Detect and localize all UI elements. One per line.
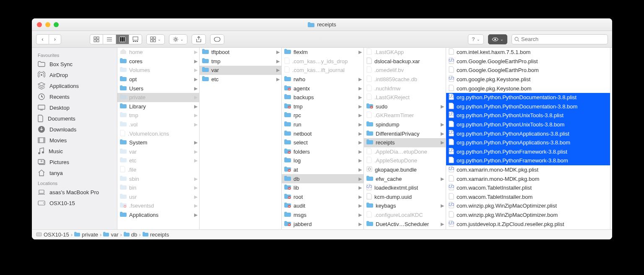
- file-row[interactable]: gkopaque.bundle: [364, 165, 446, 175]
- column[interactable]: home▶cores▶Volumes▶opt▶Users▶private▶Lib…: [117, 48, 200, 229]
- file-row[interactable]: Volumes▶: [117, 66, 199, 75]
- icon-view-button[interactable]: [90, 34, 103, 44]
- file-row[interactable]: bin▶: [117, 183, 199, 193]
- file-row[interactable]: </>org.python.Python.PythonApplications-…: [446, 129, 610, 138]
- help-button[interactable]: ?⌄: [468, 34, 484, 44]
- share-button[interactable]: [192, 34, 206, 44]
- file-row[interactable]: </>com.winzip.pkg.WinZipMacOptimizer.pli…: [446, 201, 610, 211]
- file-row[interactable]: com.winzip.pkg.WinZipMacOptimizer.bom: [446, 211, 610, 220]
- file-row[interactable]: db▶: [282, 174, 364, 183]
- file-row[interactable]: dslocal-backup.xar: [364, 57, 446, 66]
- file-row[interactable]: .LastGKReject: [364, 93, 446, 102]
- file-row[interactable]: receipts▶: [364, 138, 446, 147]
- sidebar-item[interactable]: OSX10-15: [32, 198, 117, 208]
- file-row[interactable]: tmp▶: [200, 57, 281, 66]
- search-field[interactable]: [512, 34, 608, 44]
- file-row[interactable]: org.python.Python.PythonApplications-3.8…: [446, 138, 610, 147]
- file-row[interactable]: </>loadedkextmt.plist: [364, 183, 446, 193]
- sidebar-item[interactable]: asas's MacBook Pro: [32, 187, 117, 198]
- sidebar[interactable]: FavouritesBox SyncAirDropApplicationsRec…: [32, 48, 117, 229]
- file-row[interactable]: com.xamarin.mono-MDK.pkg.bom: [446, 174, 610, 183]
- file-row[interactable]: folders▶: [282, 147, 364, 157]
- file-row[interactable]: private▶: [117, 93, 199, 102]
- sidebar-item[interactable]: Recents: [32, 91, 117, 102]
- file-row[interactable]: </>org.python.Python.PythonUnixTools-3.8…: [446, 111, 610, 120]
- file-row[interactable]: flexlm▶: [282, 48, 364, 57]
- sidebar-item[interactable]: tanya: [32, 167, 117, 178]
- file-row[interactable]: etc▶: [117, 156, 199, 165]
- file-row[interactable]: opt▶: [117, 75, 199, 84]
- file-row[interactable]: at▶: [282, 165, 364, 175]
- tags-button[interactable]: [210, 34, 224, 44]
- file-row[interactable]: .AppleDia…etupDone: [364, 147, 446, 157]
- sidebar-item[interactable]: Desktop: [32, 102, 117, 113]
- file-row[interactable]: audit▶: [282, 201, 364, 211]
- sidebar-item[interactable]: Box Sync: [32, 59, 117, 69]
- column[interactable]: tftpboot▶tmp▶var▶etc▶: [200, 48, 282, 229]
- group-button[interactable]: ⌄: [146, 34, 165, 44]
- file-row[interactable]: Library▶: [117, 102, 199, 111]
- file-row[interactable]: .file: [117, 165, 199, 175]
- column[interactable]: flexlm▶.com_kas…y_ids_drop.com_kas…ift_j…: [282, 48, 364, 229]
- file-row[interactable]: var▶: [117, 147, 199, 157]
- path-segment[interactable]: var: [103, 231, 118, 238]
- file-row[interactable]: </>com.wacom.TabletInstaller.plist: [446, 183, 610, 193]
- file-row[interactable]: org.python.Python.PythonFramework-3.8.bo…: [446, 156, 610, 165]
- sidebar-item[interactable]: Movies: [32, 135, 117, 146]
- forward-button[interactable]: ›: [49, 34, 61, 44]
- file-row[interactable]: keybags▶: [364, 201, 446, 211]
- path-segment[interactable]: receipts: [143, 231, 169, 238]
- file-row[interactable]: org.python.Python.PythonUnixTools-3.8.bo…: [446, 120, 610, 129]
- file-row[interactable]: DuetActiv…Scheduler▶: [364, 219, 446, 229]
- file-row[interactable]: </>org.python.Python.PythonDocumentation…: [446, 93, 610, 102]
- path-segment[interactable]: OSX10-15: [36, 231, 69, 238]
- file-row[interactable]: .VolumeIcon.icns: [117, 129, 199, 138]
- path-segment[interactable]: private: [74, 231, 98, 238]
- column-view-button[interactable]: [116, 34, 129, 44]
- file-row[interactable]: Users▶: [117, 84, 199, 93]
- back-button[interactable]: ‹: [36, 34, 49, 44]
- list-view-button[interactable]: [103, 34, 116, 44]
- file-row[interactable]: </>com.Google.GoogleEarthPro.plist: [446, 57, 610, 66]
- file-row[interactable]: select▶: [282, 138, 364, 147]
- file-row[interactable]: com.Google.GoogleEarthPro.bom: [446, 66, 610, 75]
- file-row[interactable]: rwho▶: [282, 75, 364, 84]
- pathbar[interactable]: OSX10-15›private›var›db›receipts: [32, 229, 612, 239]
- file-row[interactable]: .vol▶: [117, 120, 199, 129]
- file-row[interactable]: </>com.justdevelop.it.ZipCloud.reseller.…: [446, 219, 610, 229]
- file-row[interactable]: efw_cache▶: [364, 174, 446, 183]
- sidebar-item[interactable]: Music: [32, 146, 117, 157]
- sidebar-item[interactable]: Pictures: [32, 157, 117, 167]
- file-row[interactable]: .LastGKApp: [364, 48, 446, 57]
- file-row[interactable]: .AppleSetupDone: [364, 156, 446, 165]
- search-input[interactable]: [521, 36, 605, 42]
- file-row[interactable]: tftpboot▶: [200, 48, 281, 57]
- file-row[interactable]: </>org.python.Python.PythonFramework-3.8…: [446, 147, 610, 157]
- action-button[interactable]: ⌄: [169, 34, 187, 44]
- file-row[interactable]: com.wacom.TabletInstaller.bom: [446, 193, 610, 202]
- sidebar-item[interactable]: AirDrop: [32, 69, 117, 80]
- file-row[interactable]: tmp▶: [282, 102, 364, 111]
- file-row[interactable]: root▶: [282, 193, 364, 202]
- file-row[interactable]: .intl8859cache.db: [364, 75, 446, 84]
- file-row[interactable]: .nuchkfmw: [364, 84, 446, 93]
- file-row[interactable]: spindump▶: [364, 120, 446, 129]
- column[interactable]: .LastGKAppdslocal-backup.xar.omedelif.bv…: [364, 48, 446, 229]
- file-row[interactable]: log▶: [282, 156, 364, 165]
- file-row[interactable]: sudo▶: [364, 102, 446, 111]
- file-row[interactable]: .com_kas…y_ids_drop: [282, 57, 364, 66]
- file-row[interactable]: etc▶: [200, 75, 281, 84]
- gallery-view-button[interactable]: [129, 34, 142, 44]
- file-row[interactable]: .configureLocalKDC: [364, 211, 446, 220]
- file-row[interactable]: .GKRearmTimer: [364, 111, 446, 120]
- file-row[interactable]: org.python.Python.PythonDocumentation-3.…: [446, 102, 610, 111]
- privacy-button[interactable]: ⌄: [488, 34, 507, 44]
- sidebar-item[interactable]: Downloads: [32, 124, 117, 135]
- column[interactable]: com.intel.kext.haxm.7.5.1.bom</>com.Goog…: [446, 48, 610, 229]
- file-row[interactable]: rpc▶: [282, 111, 364, 120]
- file-row[interactable]: agentx▶: [282, 84, 364, 93]
- file-row[interactable]: .omedelif.bv: [364, 66, 446, 75]
- path-segment[interactable]: db: [124, 231, 137, 238]
- file-row[interactable]: home▶: [117, 48, 199, 57]
- file-row[interactable]: run▶: [282, 120, 364, 129]
